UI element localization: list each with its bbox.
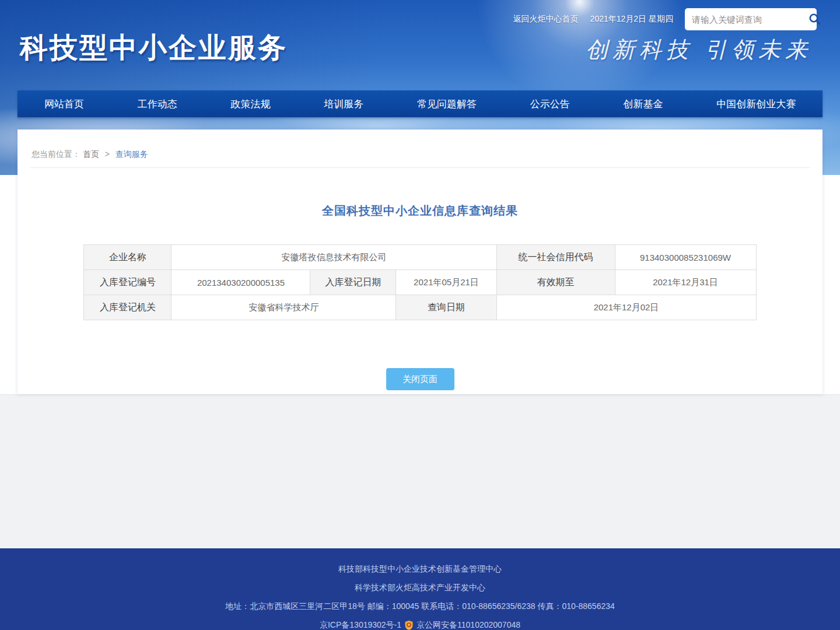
table-value-cell: 202134030200005135 <box>172 270 310 295</box>
table-value-cell: 安徽省科学技术厅 <box>172 295 396 320</box>
icp-record-link[interactable]: 京ICP备13019302号-1 <box>320 620 401 630</box>
footer-address-line: 地址：北京市西城区三里河二区甲18号 邮编：100045 联系电话：010-88… <box>0 601 840 612</box>
search-box[interactable] <box>685 8 817 30</box>
table-row-1: 入库登记编号202134030200005135入库登记日期2021年05月21… <box>84 270 756 295</box>
table-row-2: 入库登记机关安徽省科学技术厅查询日期2021年12月02日 <box>84 295 756 320</box>
site-slogan: 创新科技 引领未来 <box>586 35 812 65</box>
search-button[interactable] <box>808 11 822 27</box>
breadcrumb-current-link[interactable]: 查询服务 <box>116 149 148 159</box>
table-value-cell: 2021年05月21日 <box>396 270 496 295</box>
footer-org-line-2: 科学技术部火炬高技术产业开发中心 <box>0 583 840 593</box>
table-label-cell: 入库登记编号 <box>84 270 172 295</box>
table-value-cell: 2021年12月31日 <box>615 270 756 295</box>
table-row-0: 企业名称安徽塔孜信息技术有限公司统一社会信用代码9134030008523106… <box>84 245 756 270</box>
footer-org-line-1: 科技部科技型中小企业技术创新基金管理中心 <box>0 564 840 575</box>
footer-registration-line: 京ICP备13019302号-1 京公网安备11010202007048 <box>0 620 840 630</box>
table-label-cell: 有效期至 <box>496 270 615 295</box>
table-label-cell: 统一社会信用代码 <box>496 245 615 270</box>
close-page-button[interactable]: 关闭页面 <box>386 368 454 390</box>
police-badge-icon <box>404 620 414 630</box>
nav-item-6[interactable]: 创新基金 <box>617 97 668 111</box>
nav-item-1[interactable]: 工作动态 <box>132 97 183 111</box>
table-label-cell: 查询日期 <box>396 295 496 320</box>
breadcrumb-prefix: 您当前位置： <box>32 149 80 159</box>
current-date-text: 2021年12月2日 星期四 <box>590 14 673 24</box>
breadcrumb: 您当前位置： 首页 > 查询服务 <box>30 130 810 168</box>
table-value-cell: 安徽塔孜信息技术有限公司 <box>172 245 496 270</box>
table-label-cell: 入库登记机关 <box>84 295 172 320</box>
nav-item-7[interactable]: 中国创新创业大赛 <box>710 97 802 111</box>
top-utility-bar: 返回火炬中心首页 2021年12月2日 星期四 <box>513 8 817 30</box>
table-value-cell: 2021年12月02日 <box>496 295 756 320</box>
search-icon <box>808 12 822 26</box>
page-title: 全国科技型中小企业信息库查询结果 <box>18 203 822 219</box>
table-body: 企业名称安徽塔孜信息技术有限公司统一社会信用代码9134030008523106… <box>84 245 756 320</box>
table-label-cell: 入库登记日期 <box>310 270 396 295</box>
nav-item-3[interactable]: 培训服务 <box>318 97 369 111</box>
public-security-record-link[interactable]: 京公网安备11010202007048 <box>416 620 520 630</box>
back-to-torch-home-link[interactable]: 返回火炬中心首页 <box>513 14 579 24</box>
site-logo: 科技型中小企业服务 <box>20 29 288 66</box>
table-value-cell: 91340300085231069W <box>615 245 756 270</box>
breadcrumb-separator: > <box>105 149 110 159</box>
result-table: 企业名称安徽塔孜信息技术有限公司统一社会信用代码9134030008523106… <box>83 244 756 320</box>
nav-item-4[interactable]: 常见问题解答 <box>411 97 482 111</box>
lower-spacer-band <box>0 394 840 548</box>
nav-item-2[interactable]: 政策法规 <box>225 97 276 111</box>
table-label-cell: 企业名称 <box>84 245 172 270</box>
page-footer: 科技部科技型中小企业技术创新基金管理中心 科学技术部火炬高技术产业开发中心 地址… <box>0 548 840 630</box>
search-input[interactable] <box>692 15 808 24</box>
main-nav: 网站首页工作动态政策法规培训服务常见问题解答公示公告创新基金中国创新创业大赛 <box>18 90 822 117</box>
nav-item-5[interactable]: 公示公告 <box>524 97 576 111</box>
content-card: 您当前位置： 首页 > 查询服务 全国科技型中小企业信息库查询结果 企业名称安徽… <box>18 130 822 394</box>
breadcrumb-home-link[interactable]: 首页 <box>83 149 99 159</box>
nav-item-0[interactable]: 网站首页 <box>38 97 90 111</box>
